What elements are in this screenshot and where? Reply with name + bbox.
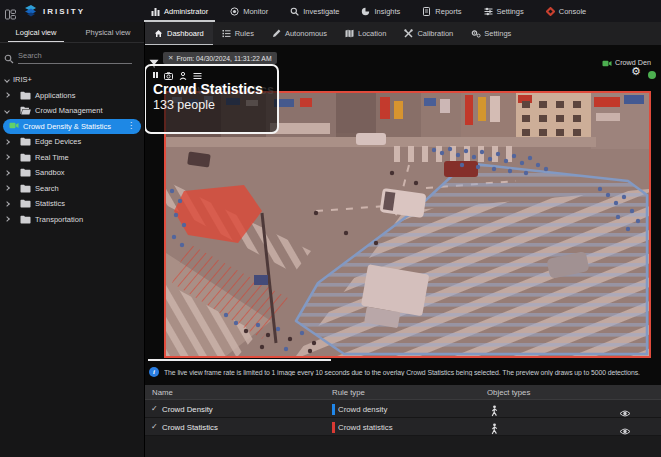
tree-item-crowd-management[interactable]: Crowd Management bbox=[0, 103, 144, 119]
tree-label: Edge Devices bbox=[35, 137, 81, 146]
tab-physical-view[interactable]: Physical view bbox=[72, 22, 144, 42]
top-app-bar: IRISITY Administrator Monitor Investigat… bbox=[0, 0, 661, 22]
tree-label: Search bbox=[35, 184, 59, 193]
video-camera-icon bbox=[602, 53, 612, 71]
time-filter-label: From: 04/30/2024, 11:31:22 AM bbox=[176, 55, 271, 62]
top-nav-label: Console bbox=[559, 7, 587, 16]
tree-item-applications[interactable]: Applications bbox=[0, 88, 144, 104]
close-icon[interactable]: ✕ bbox=[168, 55, 173, 62]
chevron-right-icon[interactable] bbox=[4, 170, 10, 176]
top-nav-administrator[interactable]: Administrator bbox=[140, 0, 219, 22]
chevron-right-icon[interactable] bbox=[4, 154, 10, 160]
tree-label: Crowd Density & Statistics bbox=[23, 122, 111, 131]
chevron-right-icon[interactable] bbox=[4, 92, 10, 98]
folder-icon bbox=[20, 199, 31, 208]
sub-nav-dashboard[interactable]: Dashboard bbox=[145, 22, 213, 45]
chevron-right-icon[interactable] bbox=[4, 216, 10, 222]
chevron-right-icon[interactable] bbox=[4, 139, 10, 145]
top-nav-label: Administrator bbox=[164, 7, 208, 16]
panel-toggle-icon[interactable] bbox=[5, 6, 16, 17]
bar-chart-icon bbox=[151, 7, 160, 16]
check-icon: ✓ bbox=[151, 422, 158, 431]
chevron-right-icon[interactable] bbox=[4, 185, 10, 191]
list-icon bbox=[222, 29, 231, 38]
sub-nav-rules[interactable]: Rules bbox=[213, 22, 263, 45]
column-rule-type: Rule type bbox=[332, 388, 365, 397]
video-camera-icon bbox=[9, 122, 19, 131]
table-row-crowd-density[interactable]: ✓ Crowd Density Crowd density bbox=[145, 400, 661, 418]
tree-label: Transportation bbox=[35, 215, 83, 224]
sub-nav-label: Autonomous bbox=[285, 29, 327, 38]
pie-chart-icon bbox=[361, 7, 370, 16]
walking-person-icon bbox=[490, 421, 499, 439]
rule-name: Crowd Density bbox=[162, 405, 213, 414]
folder-open-icon bbox=[20, 106, 31, 115]
tree-label: IRIS+ bbox=[13, 75, 32, 84]
table-header: Name Rule type Object types bbox=[145, 385, 661, 400]
top-nav-insights[interactable]: Insights bbox=[350, 0, 411, 22]
rule-color-bar bbox=[332, 422, 335, 433]
tree-item-crowd-density-statistics: Crowd Density & Statistics ⋮ bbox=[0, 119, 144, 135]
sub-nav-location[interactable]: Location bbox=[336, 22, 395, 45]
tab-label: Logical view bbox=[16, 28, 57, 37]
time-filter-chip[interactable]: ✕ From: 04/30/2024, 11:31:22 AM bbox=[163, 52, 277, 64]
top-nav-monitor[interactable]: Monitor bbox=[219, 0, 279, 22]
folder-icon bbox=[20, 184, 31, 193]
rules-table: Name Rule type Object types ✓ Crowd Dens… bbox=[145, 385, 661, 457]
eye-icon[interactable] bbox=[619, 422, 631, 440]
services-gear-icon bbox=[471, 29, 480, 38]
top-nav-investigate[interactable]: Investigate bbox=[279, 0, 350, 22]
tree-item-search[interactable]: Search bbox=[0, 181, 144, 197]
tree-item-selected[interactable]: Crowd Density & Statistics ⋮ bbox=[3, 119, 141, 134]
folder-icon bbox=[20, 91, 31, 100]
monitor-icon bbox=[230, 7, 239, 16]
tree-item-sandbox[interactable]: Sandbox bbox=[0, 165, 144, 181]
tree-item-edge-devices[interactable]: Edge Devices bbox=[0, 134, 144, 150]
camera-tree-sidebar: Logical view Physical view IRIS+ Applica… bbox=[0, 22, 145, 457]
view-tabs: Logical view Physical view bbox=[0, 22, 144, 43]
tree-item-statistics[interactable]: Statistics bbox=[0, 196, 144, 212]
sub-nav-label: Location bbox=[358, 29, 386, 38]
info-icon: i bbox=[149, 367, 159, 377]
chevron-right-icon[interactable] bbox=[4, 201, 10, 207]
top-nav: Administrator Monitor Investigate Insigh… bbox=[140, 0, 597, 22]
top-nav-settings[interactable]: Settings bbox=[473, 0, 535, 22]
tab-label: Physical view bbox=[85, 28, 130, 37]
sub-nav-settings[interactable]: Settings bbox=[462, 22, 520, 45]
people-count: 133 people bbox=[153, 98, 270, 112]
irisity-app: IRISITY Administrator Monitor Investigat… bbox=[0, 0, 661, 457]
dashboard-sub-nav: Dashboard Rules Autonomous Location Cali… bbox=[145, 22, 661, 45]
table-row-crowd-statistics[interactable]: ✓ Crowd Statistics Crowd statistics bbox=[145, 418, 661, 436]
map-icon bbox=[345, 29, 354, 38]
tree-label: Applications bbox=[35, 91, 75, 100]
top-nav-label: Reports bbox=[435, 7, 461, 16]
sub-nav-label: Calibration bbox=[417, 29, 453, 38]
crowd-statistics-card: Crowd Statistics 133 people bbox=[144, 64, 279, 134]
sub-nav-calibration[interactable]: Calibration bbox=[395, 22, 462, 45]
tree-item-transportation[interactable]: Transportation bbox=[0, 212, 144, 228]
rule-name: Crowd Statistics bbox=[162, 423, 218, 432]
irisity-logo-icon bbox=[23, 4, 38, 18]
top-nav-console[interactable]: Console bbox=[535, 0, 598, 22]
frame-progress-bar bbox=[148, 359, 331, 361]
sub-nav-autonomous[interactable]: Autonomous bbox=[263, 22, 336, 45]
top-nav-reports[interactable]: Reports bbox=[411, 0, 472, 22]
tile-toolbar bbox=[153, 70, 270, 79]
document-icon bbox=[422, 7, 431, 16]
pause-icon[interactable] bbox=[153, 72, 158, 78]
gear-icon[interactable]: ⚙ bbox=[631, 66, 641, 77]
console-icon bbox=[546, 7, 555, 16]
logical-tree: IRIS+ Applications Crowd Management Crow… bbox=[0, 72, 144, 227]
top-nav-label: Settings bbox=[497, 7, 524, 16]
tree-item-real-time[interactable]: Real Time bbox=[0, 150, 144, 166]
brand-name: IRISITY bbox=[43, 7, 85, 16]
kebab-menu-icon[interactable]: ⋮ bbox=[127, 122, 135, 130]
tab-logical-view[interactable]: Logical view bbox=[0, 22, 72, 42]
sub-nav-label: Settings bbox=[484, 29, 511, 38]
top-nav-label: Investigate bbox=[303, 7, 339, 16]
home-icon bbox=[154, 29, 163, 38]
chevron-down-icon[interactable] bbox=[4, 77, 10, 83]
search-input[interactable] bbox=[18, 48, 132, 64]
chevron-down-icon[interactable] bbox=[4, 108, 10, 114]
tree-root-iris[interactable]: IRIS+ bbox=[0, 72, 144, 88]
